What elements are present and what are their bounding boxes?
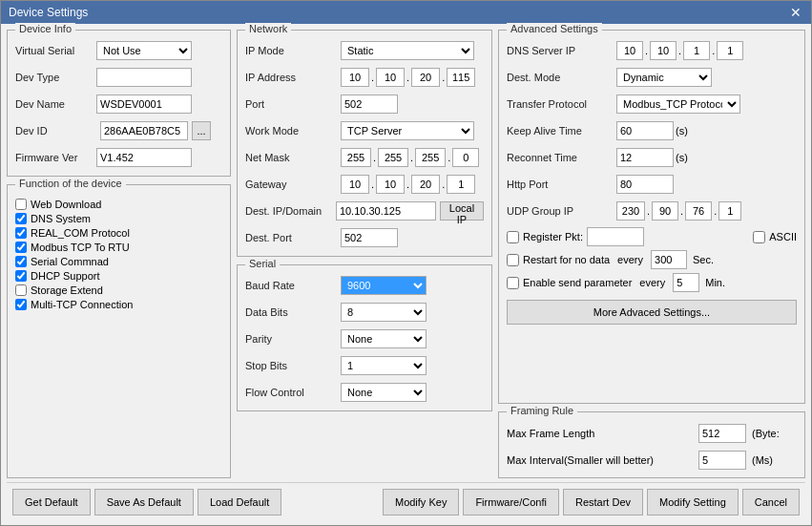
max-interval-input[interactable] [698,451,746,470]
work-mode-label: Work Mode [245,125,341,137]
flow-control-select[interactable]: NoneHardwareSoftware [341,383,427,402]
modify-setting-button[interactable]: Modify Setting [647,489,739,515]
ip-address-label: IP Address [245,72,341,83]
register-input[interactable] [587,227,644,246]
ip-c[interactable] [411,68,440,87]
enable-every: every [639,277,665,288]
parity-label: Parity [245,333,341,345]
dest-port-row: Dest. Port [245,227,484,248]
restart-check[interactable] [507,254,519,266]
gw-a[interactable] [341,175,369,194]
dev-id-button[interactable]: ... [192,121,211,140]
serial-check[interactable] [15,256,27,267]
http-port-input[interactable] [616,175,674,194]
ascii-check[interactable] [753,231,765,243]
nm-c[interactable] [415,148,446,167]
storage-check[interactable] [15,284,27,296]
modbus-check[interactable] [15,242,27,253]
virtual-serial-select[interactable]: Not Use COM1 COM2 [96,41,192,60]
dns-d[interactable] [717,41,743,60]
firmware-button[interactable]: Firmware/Confi [463,489,559,515]
udp-c[interactable] [685,201,712,221]
device-info-panel: Device Info Virtual Serial Not Use COM1 … [7,30,231,177]
web-download-check[interactable] [15,199,27,210]
nm-b[interactable] [378,148,408,167]
ip-b[interactable] [376,68,405,87]
dev-name-input[interactable] [96,95,192,114]
max-frame-input[interactable] [698,424,746,443]
restart-value[interactable] [651,250,687,269]
baud-rate-select[interactable]: 300600120024004800 960019200384005760011… [341,276,427,295]
baud-rate-row: Baud Rate 300600120024004800 96001920038… [245,275,484,296]
dns-check[interactable] [15,213,27,224]
save-as-default-button[interactable]: Save As Default [94,489,194,515]
data-bits-select[interactable]: 5678 [341,303,427,322]
firmware-label: Firmware Ver [15,152,96,163]
dns-label: DNS System [31,213,91,224]
gw-d[interactable] [447,175,475,194]
net-mask-row: Net Mask . . . [245,147,484,168]
cancel-button[interactable]: Cancel [742,489,800,515]
work-mode-select[interactable]: TCP Server TCP Client UDP [341,121,474,140]
enable-value[interactable] [673,273,699,292]
dns-b[interactable] [650,41,677,60]
gw-b[interactable] [376,175,405,194]
dns-c[interactable] [683,41,710,60]
dhcp-check[interactable] [15,270,27,282]
realcom-check[interactable] [15,227,27,239]
restart-row: Restart for no data every Sec. [507,250,797,269]
function-multi-tcp: Multi-TCP Connection [15,299,222,310]
register-check[interactable] [507,231,519,243]
dev-id-row: Dev ID ... [15,120,222,141]
framing-panel: Framing Rule Max Frame Length (Byte: Max… [498,411,805,478]
get-default-button[interactable]: Get Default [12,489,91,515]
parity-select[interactable]: NoneOddEven [341,329,427,348]
load-default-button[interactable]: Load Default [198,489,281,515]
ip-address-group: . . . [341,68,475,87]
dest-ip-input[interactable] [336,201,436,221]
udp-b[interactable] [652,201,678,221]
firmware-input[interactable] [96,148,192,167]
enable-check[interactable] [507,277,519,289]
register-row: Register Pkt: ASCII [507,227,797,246]
dest-port-input[interactable] [341,228,398,247]
modify-key-button[interactable]: Modify Key [383,489,459,515]
reconnect-input[interactable] [616,148,674,167]
ip-d[interactable] [447,68,475,87]
main-row: Device Info Virtual Serial Not Use COM1 … [7,30,805,478]
keep-alive-input[interactable] [616,121,674,140]
dest-mode-label: Dest. Mode [507,72,616,83]
multi-tcp-check[interactable] [15,299,27,310]
flow-control-label: Flow Control [245,387,341,398]
data-bits-row: Data Bits 5678 [245,302,484,323]
function-list: Web Download DNS System REAL_COM Protoco… [15,199,222,310]
ip-a[interactable] [341,68,369,87]
ip-mode-select[interactable]: Static DHCP [341,41,474,60]
dest-mode-select[interactable]: DynamicStatic [616,68,712,87]
udp-group-ip: . . . [616,201,741,221]
transfer-protocol-row: Transfer Protocol Modbus_TCP ProtocolRAW… [507,94,797,115]
dev-name-row: Dev Name [15,94,222,115]
dev-type-input[interactable] [96,68,192,87]
udp-d[interactable] [718,201,741,221]
register-label: Register Pkt: [523,231,583,242]
close-icon[interactable]: ✕ [788,5,803,20]
stop-bits-select[interactable]: 12 [341,356,427,375]
dns-a[interactable] [616,41,643,60]
gw-c[interactable] [411,175,440,194]
max-frame-label: Max Frame Length [507,428,693,439]
max-interval-label: Max Interval(Smaller will better) [507,454,693,466]
transfer-protocol-select[interactable]: Modbus_TCP ProtocolRAW Protocol [616,95,740,114]
nm-d[interactable] [452,148,479,167]
nm-a[interactable] [341,148,371,167]
restart-dev-button[interactable]: Restart Dev [563,489,643,515]
function-storage: Storage Extend [15,284,222,296]
udp-a[interactable] [616,201,645,221]
dev-name-label: Dev Name [15,98,96,110]
port-input[interactable] [341,95,398,114]
dev-id-input[interactable] [100,121,188,140]
more-advanced-button[interactable]: More Advaced Settings... [507,300,797,325]
device-info-title: Device Info [15,23,75,34]
local-ip-button[interactable]: Local IP [440,201,484,221]
reconnect-unit: (s) [676,152,688,163]
